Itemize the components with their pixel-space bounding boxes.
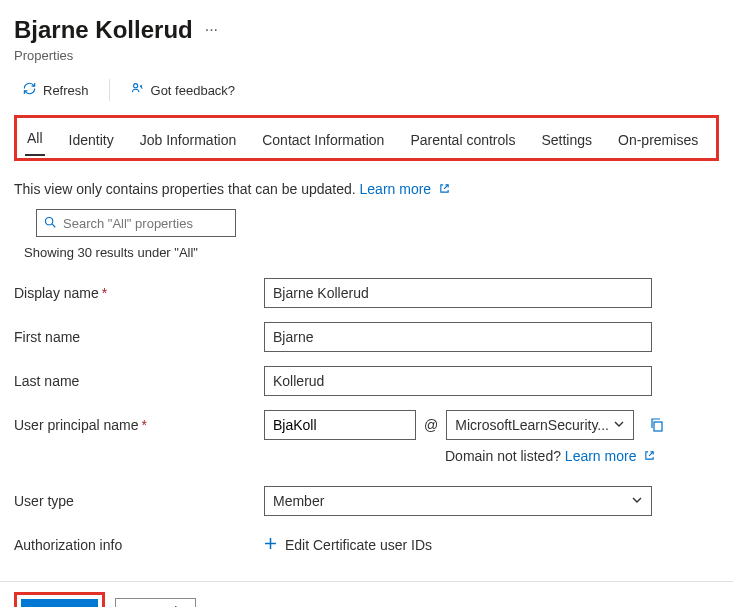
search-input[interactable] [57, 215, 233, 232]
search-results-count: Showing 30 results under "All" [24, 245, 719, 260]
tab-settings[interactable]: Settings [539, 126, 594, 156]
first-name-input[interactable] [264, 322, 652, 352]
upn-at: @ [424, 417, 438, 433]
learn-more-label: Learn more [360, 181, 432, 197]
command-divider [109, 79, 110, 101]
domain-learn-more-link[interactable]: Learn more [565, 448, 655, 464]
svg-point-1 [45, 217, 52, 224]
user-type-select[interactable]: Member [264, 486, 652, 516]
copy-upn-button[interactable] [642, 410, 672, 440]
page-subtitle: Properties [14, 48, 719, 63]
feedback-label: Got feedback? [151, 83, 236, 98]
display-name-label: Display name* [14, 285, 264, 301]
user-type-value: Member [273, 493, 324, 509]
refresh-label: Refresh [43, 83, 89, 98]
tabs-highlight-box: All Identity Job Information Contact Inf… [14, 115, 719, 161]
chevron-down-icon [631, 493, 643, 509]
refresh-icon [22, 81, 37, 99]
info-line: This view only contains properties that … [14, 181, 719, 197]
user-type-label: User type [14, 493, 264, 509]
search-box[interactable] [36, 209, 236, 237]
last-name-input[interactable] [264, 366, 652, 396]
domain-hint: Domain not listed? Learn more [445, 448, 719, 464]
display-name-input[interactable] [264, 278, 652, 308]
svg-rect-2 [654, 422, 662, 431]
tab-contact-information[interactable]: Contact Information [260, 126, 386, 156]
chevron-down-icon [613, 417, 625, 433]
upn-domain-select[interactable]: MicrosoftLearnSecurity... [446, 410, 634, 440]
edit-certificate-ids-button[interactable]: Edit Certificate user IDs [264, 537, 432, 553]
last-name-label: Last name [14, 373, 264, 389]
domain-learn-more-label: Learn more [565, 448, 637, 464]
feedback-button[interactable]: Got feedback? [122, 77, 244, 103]
first-name-label: First name [14, 329, 264, 345]
save-highlight-box: Save [14, 592, 105, 607]
tab-all[interactable]: All [25, 124, 45, 156]
search-icon [43, 215, 57, 232]
plus-icon [264, 537, 277, 553]
edit-certificate-ids-label: Edit Certificate user IDs [285, 537, 432, 553]
upn-label: User principal name* [14, 417, 264, 433]
feedback-icon [130, 81, 145, 99]
refresh-button[interactable]: Refresh [14, 77, 97, 103]
tab-job-information[interactable]: Job Information [138, 126, 239, 156]
tab-parental-controls[interactable]: Parental controls [408, 126, 517, 156]
external-link-icon [439, 184, 450, 196]
cancel-button[interactable]: Cancel [115, 598, 197, 607]
upn-domain-value: MicrosoftLearnSecurity... [455, 417, 609, 433]
save-button[interactable]: Save [21, 599, 98, 607]
info-text: This view only contains properties that … [14, 181, 356, 197]
tabs-bar: All Identity Job Information Contact Inf… [19, 120, 714, 156]
footer-bar: Save Cancel [0, 581, 733, 607]
tab-on-premises[interactable]: On-premises [616, 126, 700, 156]
tab-identity[interactable]: Identity [67, 126, 116, 156]
upn-user-input[interactable] [264, 410, 416, 440]
authorization-info-label: Authorization info [14, 537, 264, 553]
learn-more-link[interactable]: Learn more [360, 181, 450, 197]
external-link-icon [644, 451, 655, 463]
page-title: Bjarne Kollerud [14, 16, 193, 44]
svg-point-0 [133, 84, 137, 88]
more-actions-button[interactable]: ··· [201, 22, 222, 38]
